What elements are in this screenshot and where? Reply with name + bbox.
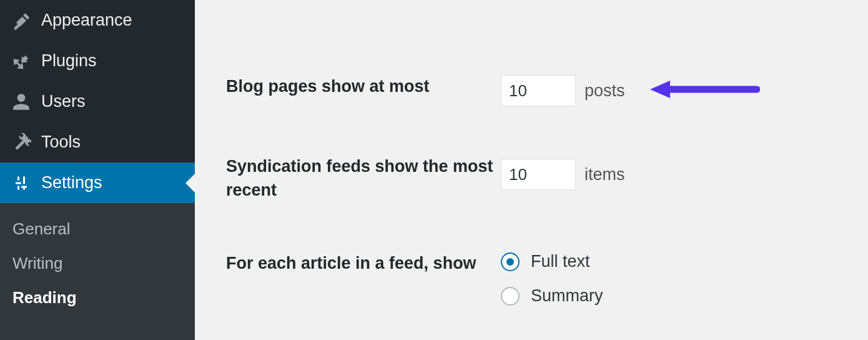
sidebar-item-label: Tools bbox=[41, 132, 81, 152]
settings-content: Blog pages show at most posts Syndicatio… bbox=[195, 0, 868, 340]
sidebar-item-tools[interactable]: Tools bbox=[0, 122, 195, 162]
blog-pages-input[interactable] bbox=[501, 75, 576, 106]
sidebar-item-users[interactable]: Users bbox=[0, 81, 195, 122]
sidebar-item-label: Users bbox=[41, 92, 86, 111]
feed-article-radio-group: Full text Summary bbox=[501, 252, 603, 306]
radio-option-full-text[interactable]: Full text bbox=[501, 252, 603, 271]
sidebar-item-appearance[interactable]: Appearance bbox=[0, 0, 195, 41]
admin-sidebar: Appearance Plugins Users Tools Settings bbox=[0, 0, 195, 340]
radio-label: Summary bbox=[531, 286, 603, 306]
submenu-item-label: Reading bbox=[12, 288, 77, 307]
submenu-item-general[interactable]: General bbox=[0, 212, 195, 246]
syndication-input[interactable] bbox=[501, 159, 576, 190]
appearance-icon bbox=[10, 9, 32, 32]
setting-label-blog-pages: Blog pages show at most bbox=[226, 75, 501, 99]
radio-option-summary[interactable]: Summary bbox=[501, 286, 603, 306]
blog-pages-unit: posts bbox=[584, 81, 625, 101]
setting-label-feed-article: For each article in a feed, show bbox=[226, 252, 501, 276]
sidebar-item-settings[interactable]: Settings bbox=[0, 162, 195, 203]
svg-marker-1 bbox=[650, 81, 670, 98]
setting-label-syndication: Syndication feeds show the most recent bbox=[226, 155, 501, 202]
radio-input[interactable] bbox=[501, 252, 520, 271]
annotation-arrow bbox=[648, 77, 760, 102]
submenu-item-label: Writing bbox=[12, 254, 62, 272]
sidebar-item-label: Plugins bbox=[41, 51, 97, 71]
sidebar-item-label: Appearance bbox=[41, 11, 132, 30]
users-icon bbox=[10, 91, 32, 113]
submenu-item-writing[interactable]: Writing bbox=[0, 246, 195, 281]
sidebar-item-plugins[interactable]: Plugins bbox=[0, 41, 195, 81]
settings-icon bbox=[10, 172, 32, 194]
sidebar-item-label: Settings bbox=[41, 173, 102, 192]
plugins-icon bbox=[10, 50, 32, 72]
settings-submenu: General Writing Reading bbox=[0, 203, 195, 340]
radio-input[interactable] bbox=[501, 287, 520, 306]
submenu-item-reading[interactable]: Reading bbox=[0, 281, 195, 315]
radio-label: Full text bbox=[531, 252, 590, 271]
syndication-unit: items bbox=[584, 165, 625, 184]
submenu-item-label: General bbox=[12, 219, 71, 238]
tools-icon bbox=[10, 131, 32, 154]
